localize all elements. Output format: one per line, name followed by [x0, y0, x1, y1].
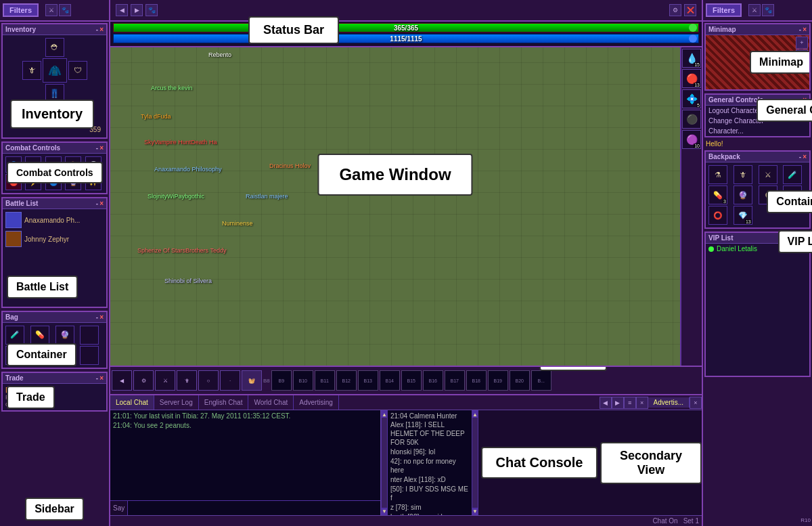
action-slot-b19[interactable]: B19 [488, 370, 508, 391]
center-icon-4[interactable]: ⚙ [669, 4, 681, 16]
inv-slot-body[interactable]: 🧥 [43, 58, 67, 83]
combat-btn-5[interactable]: 💀 [85, 156, 102, 173]
vip-minimize[interactable]: - [799, 234, 801, 242]
buff-slot-2[interactable]: 🔴 13 [682, 69, 701, 88]
combat-btn-1[interactable]: 👤 [5, 156, 22, 173]
bag-slot-8[interactable] [80, 346, 99, 365]
bp-slot-4[interactable]: 🧪 [783, 165, 802, 184]
action-slot-b11[interactable]: B11 [315, 370, 335, 391]
chat-input[interactable] [128, 501, 380, 515]
chat-scroll-down[interactable]: ▼ [382, 508, 387, 514]
right-filter-icon-2[interactable]: 🐾 [762, 4, 774, 16]
chat-right-scroll-down[interactable]: ▼ [472, 508, 478, 514]
bag-close[interactable]: × [99, 313, 104, 321]
combat-btn-6[interactable]: 🔴 [5, 174, 22, 190]
gc-item-char[interactable]: Character... [706, 126, 809, 136]
gc-minimize[interactable]: - [799, 96, 801, 104]
bp-slot-5[interactable]: 💊 3 [708, 185, 727, 204]
action-slot-b15[interactable]: B15 [401, 370, 422, 391]
minimap-minimize[interactable]: - [799, 26, 801, 33]
buff-slot-5[interactable]: 🟣 10 [682, 130, 701, 149]
right-filters-button[interactable]: Filters [706, 3, 742, 17]
battle-item-1[interactable]: Anaxamando Ph... [4, 211, 105, 229]
inv-slot-legs[interactable]: 👖 [45, 84, 64, 103]
battle-minimize[interactable]: - [96, 200, 98, 207]
combat-btn-8[interactable]: 🔵 [45, 174, 62, 190]
chat-left-scrollbar[interactable]: ▲ ▼ [381, 410, 388, 515]
left-filters-button[interactable]: Filters [3, 3, 39, 17]
combat-close[interactable]: × [99, 144, 104, 152]
bp-slot-2[interactable]: 🗡 [734, 165, 752, 184]
chat-tab-close2[interactable]: × [690, 397, 702, 409]
inv-slot-feet[interactable]: 👟 [45, 104, 64, 123]
chat-right-scroll-up[interactable]: ▲ [472, 411, 478, 418]
right-filter-icon-1[interactable]: ⚔ [748, 4, 761, 16]
backpack-minimize[interactable]: - [799, 153, 801, 160]
center-icon-3[interactable]: 🐾 [145, 4, 158, 16]
action-btn-sword[interactable]: ⚔ [155, 370, 175, 391]
chat-tab-next[interactable]: ▶ [612, 397, 624, 409]
bp-slot-1[interactable]: ⚗ [708, 165, 727, 184]
action-slot-b14[interactable]: B14 [380, 370, 400, 391]
buff-slot-4[interactable]: ⚫ [682, 110, 701, 129]
action-slot-b16[interactable]: B16 [423, 370, 443, 391]
action-btn-circle[interactable]: ○ [198, 370, 219, 391]
bag-slot-7[interactable] [55, 346, 74, 365]
chat-tab-local[interactable]: Local Chat [110, 395, 154, 410]
chat-scroll-thumb[interactable] [382, 418, 387, 508]
center-icon-5[interactable]: ❌ [684, 4, 696, 16]
bp-slot-8[interactable]: 🛡 [783, 185, 802, 204]
bp-slot-7[interactable]: ⚙ 4 [759, 185, 777, 204]
combat-btn-2[interactable]: ⚔ [25, 156, 41, 173]
gc-close[interactable]: × [803, 96, 807, 104]
bag-slot-5[interactable] [5, 346, 24, 365]
bag-slot-3[interactable]: 🔮 [55, 326, 74, 345]
buff-slot-1[interactable]: 💧 15 [682, 49, 701, 68]
trade-close[interactable]: × [99, 374, 104, 382]
action-slot-b17[interactable]: B17 [445, 370, 465, 391]
action-btn-dot[interactable]: · [220, 370, 240, 391]
action-slot-bmore[interactable]: B... [531, 370, 551, 391]
vip-close[interactable]: × [803, 234, 807, 242]
action-btn-back[interactable]: ◀ [112, 370, 132, 391]
bp-slot-10[interactable]: 💎 13 [734, 206, 752, 225]
minimap-zoom-in[interactable]: + [796, 37, 808, 49]
chat-tab-advertis[interactable]: Advertis... [648, 397, 690, 408]
combat-btn-10[interactable]: ✨ [85, 174, 102, 190]
chat-tab-english[interactable]: English Chat [199, 395, 249, 410]
center-icon-1[interactable]: ◀ [116, 4, 128, 16]
filter-icon-1[interactable]: ⚔ [45, 4, 58, 16]
action-slot-b10[interactable]: B10 [293, 370, 313, 391]
game-window[interactable]: Rebento Arcus the kevin Tyla dFuda SkyVa… [110, 47, 680, 366]
battle-item-2[interactable]: Johnny Zephyr [4, 229, 105, 248]
vip-item-1[interactable]: Daniel Letalis [706, 244, 809, 254]
gc-item-change[interactable]: Change Character [706, 116, 809, 126]
action-slot-b13[interactable]: B13 [358, 370, 378, 391]
combat-minimize[interactable]: - [96, 144, 98, 152]
bp-slot-3[interactable]: ⚔ [759, 165, 777, 184]
chat-tab-server[interactable]: Server Log [154, 395, 199, 410]
inventory-minimize[interactable]: - [96, 26, 98, 33]
bag-minimize[interactable]: - [96, 313, 98, 321]
bp-slot-6[interactable]: 🔮 [734, 185, 752, 204]
chat-right-scroll-thumb[interactable] [472, 418, 478, 508]
action-btn-staff[interactable]: 🗡 [177, 370, 197, 391]
combat-btn-3[interactable]: 🛡 [45, 156, 62, 173]
backpack-close[interactable]: × [803, 153, 807, 160]
action-btn-bag[interactable]: 🧺 [242, 370, 262, 391]
bag-slot-2[interactable]: 💊 [30, 326, 49, 345]
gc-item-logout[interactable]: Logout Character [706, 106, 809, 116]
minimap-zoom-out[interactable]: − [796, 49, 808, 62]
action-slot-b18[interactable]: B18 [466, 370, 487, 391]
combat-btn-7[interactable]: ⚡ [25, 174, 41, 190]
action-slot-b9[interactable]: B9 [271, 370, 292, 391]
combat-btn-4[interactable]: 🏃 [65, 156, 81, 173]
minimap-close[interactable]: × [803, 26, 807, 33]
combat-btn-9[interactable]: 🔮 [65, 174, 81, 190]
bag-slot-1[interactable]: 🧪 [5, 326, 24, 345]
chat-tab-prev[interactable]: ◀ [600, 397, 612, 409]
chat-tab-menu[interactable]: ≡ [624, 397, 636, 409]
minimap-canvas[interactable]: + − Minimap [706, 35, 809, 89]
bp-slot-9[interactable]: ⭕ [708, 206, 727, 225]
inv-slot-head[interactable]: ⛑ [45, 38, 64, 57]
